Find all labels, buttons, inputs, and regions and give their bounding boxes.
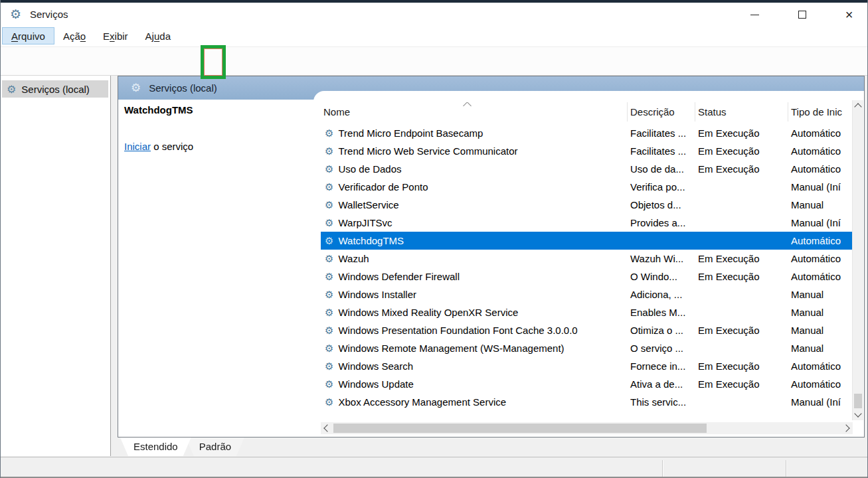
menu-ajuda[interactable]: Ajuda — [137, 27, 179, 44]
service-status: Em Execução — [695, 127, 788, 139]
service-description: Ativa a de... — [628, 378, 695, 390]
service-name: Windows Remote Management (WS-Management… — [338, 343, 564, 354]
service-row[interactable]: ⚙Xbox Accessory Management ServiceThis s… — [321, 393, 853, 411]
service-gear-icon: ⚙ — [325, 181, 333, 193]
service-description: O Windo... — [628, 271, 695, 282]
menu-arquivo[interactable]: Arquivo — [2, 27, 54, 44]
service-row[interactable]: ⚙Windows Presentation Foundation Font Ca… — [321, 321, 853, 339]
close-button[interactable]: × — [833, 3, 865, 27]
service-status: Em Execução — [695, 253, 788, 264]
service-name: Verificador de Ponto — [338, 181, 428, 193]
horizontal-scrollbar[interactable] — [321, 422, 853, 434]
service-name: Windows Presentation Foundation Font Cac… — [338, 325, 577, 336]
console-tree-pane: ⚙ Serviços (local) — [1, 76, 111, 456]
service-gear-icon: ⚙ — [325, 396, 333, 408]
service-status: Em Execução — [695, 360, 788, 372]
service-row[interactable]: ⚙WalletServiceObjetos d...Manual — [321, 196, 853, 214]
service-description: Uso de da... — [628, 163, 695, 175]
service-gear-icon: ⚙ — [325, 271, 333, 283]
scroll-right-icon[interactable] — [841, 422, 853, 434]
minimize-button-icon — [750, 15, 759, 15]
menu-bar: ArquivoAçãoExibirAjuda — [1, 27, 868, 47]
service-gear-icon: ⚙ — [325, 325, 333, 337]
service-gear-icon: ⚙ — [325, 360, 333, 372]
service-row[interactable]: ⚙Trend Micro Endpoint BasecampFacilitate… — [321, 124, 853, 142]
service-gear-icon: ⚙ — [325, 127, 333, 139]
menu-ação[interactable]: Ação — [54, 27, 94, 44]
service-startup-type: Manual (Iní — [788, 396, 853, 408]
window-title: Serviços — [30, 3, 68, 27]
tree-item-services-local[interactable]: ⚙ Serviços (local) — [2, 80, 108, 98]
service-gear-icon: ⚙ — [325, 217, 333, 229]
service-name: Xbox Accessory Management Service — [338, 396, 506, 408]
menu-exibir[interactable]: Exibir — [94, 27, 137, 44]
status-bar-divider — [662, 460, 663, 477]
tab-padrão[interactable]: Padrão — [186, 438, 244, 456]
service-row[interactable]: ⚙Windows Defender FirewallO Windo...Em E… — [321, 268, 853, 285]
column-header-tipo-de-inic[interactable]: Tipo de Inic — [788, 102, 853, 121]
service-row[interactable]: ⚙WazuhWazuh Wi...Em ExecuçãoAutomático — [321, 250, 853, 268]
service-row[interactable]: ⚙Verificador de PontoVerifica po...Manua… — [321, 178, 853, 196]
service-gear-icon: ⚙ — [325, 378, 333, 390]
pane-header-gear-icon: ⚙ — [131, 81, 141, 95]
service-startup-type: Manual — [788, 307, 853, 318]
service-startup-type: Manual (Iní — [788, 217, 853, 228]
service-name: Trend Micro Web Service Communicator — [338, 145, 517, 157]
service-row[interactable]: ⚙Windows UpdateAtiva a de...Em ExecuçãoA… — [321, 375, 853, 393]
view-tabs: EstendidoPadrão — [118, 438, 865, 457]
column-header-status[interactable]: Status — [695, 102, 788, 121]
selected-service-name: WatchdogTMS — [124, 104, 193, 116]
list-column-headers: NomeDescriçãoStatusTipo de Inic — [321, 102, 853, 122]
service-name: Uso de Dados — [338, 163, 401, 175]
service-row[interactable]: ⚙WarpJITSvcProvides a...Manual (Iní — [321, 214, 853, 232]
tab-estendido[interactable]: Estendido — [120, 438, 191, 456]
annotation-highlight-box — [201, 45, 226, 79]
horizontal-scrollbar-thumb[interactable] — [333, 424, 707, 433]
start-service-link[interactable]: Iniciar — [124, 141, 151, 152]
service-row[interactable]: ⚙Windows InstallerAdiciona, ...Manual — [321, 285, 853, 303]
tree-item-label: Serviços (local) — [21, 84, 90, 95]
scroll-up-icon[interactable] — [853, 100, 863, 112]
service-status: Em Execução — [695, 163, 788, 175]
service-name: WarpJITSvc — [338, 217, 392, 228]
scroll-left-icon[interactable] — [321, 422, 332, 434]
service-name: WatchdogTMS — [338, 235, 404, 246]
minimize-button[interactable] — [739, 3, 770, 27]
vertical-scrollbar[interactable] — [852, 100, 863, 420]
service-startup-type: Automático — [788, 253, 853, 264]
vertical-scrollbar-thumb[interactable] — [854, 394, 862, 408]
service-row[interactable]: ⚙Windows Remote Management (WS-Managemen… — [321, 339, 853, 357]
service-row[interactable]: ⚙Windows Mixed Reality OpenXR ServiceEna… — [321, 303, 853, 321]
services-window: ⚙ Serviços × ArquivoAçãoExibirAjuda ↻? ⚙… — [0, 0, 868, 478]
service-gear-icon: ⚙ — [325, 163, 333, 175]
service-startup-type: Manual — [788, 343, 853, 354]
service-startup-type: Manual — [788, 325, 853, 336]
column-header-descrição[interactable]: Descrição — [628, 102, 695, 121]
pane-header: ⚙ Serviços (local) — [118, 76, 864, 100]
service-row[interactable]: ⚙Uso de DadosUso de da...Em ExecuçãoAuto… — [321, 160, 853, 178]
title-bar[interactable]: ⚙ Serviços × — [1, 3, 868, 27]
sort-ascending-icon — [463, 102, 472, 110]
service-description: Adiciona, ... — [628, 289, 695, 300]
column-header-label: Nome — [323, 106, 350, 118]
service-description: O serviço ... — [628, 343, 695, 354]
service-description: Otimiza o ... — [628, 325, 695, 336]
services-app-icon: ⚙ — [10, 7, 21, 22]
service-status: Em Execução — [695, 271, 788, 282]
service-gear-icon: ⚙ — [325, 199, 333, 211]
service-row[interactable]: ⚙Trend Micro Web Service CommunicatorFac… — [321, 142, 853, 160]
column-header-nome[interactable]: Nome — [321, 102, 628, 121]
service-row[interactable]: ⚙WatchdogTMSAutomático — [321, 232, 853, 250]
service-name: Windows Installer — [338, 289, 416, 300]
status-bar-divider — [786, 460, 787, 477]
service-description: Objetos d... — [628, 199, 695, 210]
service-name: Windows Search — [338, 360, 413, 372]
service-gear-icon: ⚙ — [325, 253, 333, 265]
maximize-button[interactable] — [786, 3, 818, 27]
service-name: Trend Micro Endpoint Basecamp — [338, 127, 483, 139]
service-row[interactable]: ⚙Windows SearchFornece in...Em ExecuçãoA… — [321, 357, 853, 375]
pane-header-label: Serviços (local) — [149, 82, 217, 94]
scroll-down-icon[interactable] — [853, 409, 863, 420]
service-description: Facilitates ... — [628, 127, 695, 139]
service-gear-icon: ⚙ — [325, 343, 333, 355]
